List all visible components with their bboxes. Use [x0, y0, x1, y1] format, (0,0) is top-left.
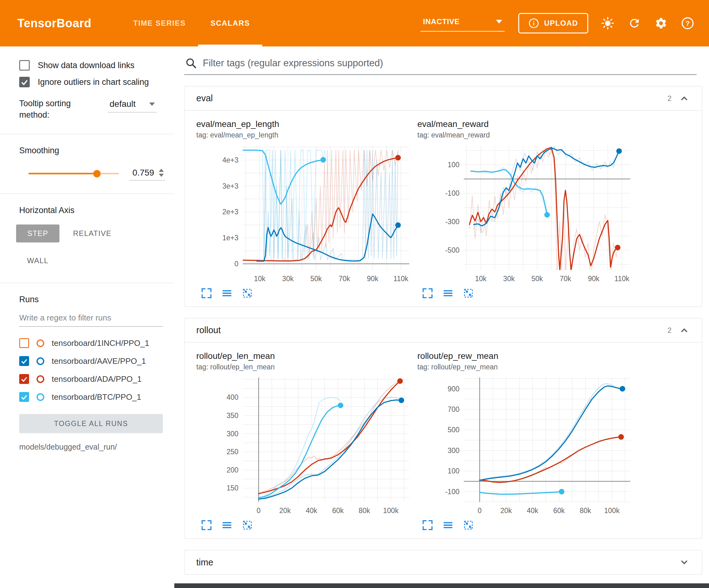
svg-text:110k: 110k: [394, 275, 409, 283]
runs-filter-input[interactable]: [19, 313, 162, 323]
expand-icon[interactable]: [201, 519, 212, 531]
svg-text:-300: -300: [445, 218, 459, 226]
smoothing-slider[interactable]: [28, 173, 119, 174]
svg-text:100: 100: [448, 161, 459, 169]
svg-text:350: 350: [227, 411, 238, 419]
section-count: 2: [667, 94, 672, 103]
run-checkbox[interactable]: [19, 356, 29, 366]
toggle-all-runs-button[interactable]: TOGGLE ALL RUNS: [19, 414, 163, 433]
svg-text:50k: 50k: [311, 275, 322, 283]
svg-text:200: 200: [227, 466, 238, 474]
tab-bar: TIME SERIES SCALARS: [121, 0, 262, 47]
axis-wall-button[interactable]: WALL: [16, 252, 59, 270]
show-download-links-checkbox-row[interactable]: Show data download links: [19, 60, 167, 71]
smoothing-row: 0.759: [28, 167, 165, 180]
run-checkbox[interactable]: [19, 374, 29, 384]
checkbox[interactable]: [19, 77, 30, 87]
expand-icon[interactable]: [201, 287, 212, 299]
svg-text:-100: -100: [445, 189, 459, 197]
fit-domain-icon[interactable]: [241, 519, 253, 531]
chart-canvas[interactable]: 10k30k50k70k90k110k01e+32e+33e+34e+3: [196, 141, 413, 287]
scalar-chart-rollout-ep-len-mean: rollout/ep_len_mean tag: rollout/ep_len_…: [196, 351, 413, 531]
chart-tag: tag: rollout/ep_rew_mean: [417, 363, 634, 371]
smoothing-value-input[interactable]: 0.759: [129, 167, 165, 180]
run-row-btc[interactable]: tensorboard/BTC/PPO_1: [19, 388, 174, 406]
info-icon: [528, 18, 539, 28]
chevron-up-icon[interactable]: [678, 325, 690, 336]
data-table-icon[interactable]: [442, 519, 454, 531]
axis-relative-button[interactable]: RELATIVE: [66, 225, 118, 242]
data-table-icon[interactable]: [221, 287, 233, 299]
tag-filter-input[interactable]: [203, 58, 694, 69]
chart-actions: [422, 287, 634, 299]
help-icon[interactable]: ?: [681, 16, 695, 30]
main-content: eval 2 eval/mean_ep_length tag: eval/mea…: [174, 47, 709, 588]
svg-text:40k: 40k: [306, 507, 317, 515]
chart-actions: [201, 287, 413, 299]
chart-tag: tag: eval/mean_ep_length: [196, 131, 413, 139]
settings-icon[interactable]: [654, 16, 668, 30]
section-title: rollout: [196, 325, 221, 335]
svg-text:700: 700: [448, 405, 459, 413]
tooltip-sorting-row: Tooltip sorting method: default: [19, 98, 167, 121]
chevron-down-icon[interactable]: [678, 556, 690, 568]
fit-domain-icon[interactable]: [241, 287, 253, 299]
fit-domain-icon[interactable]: [463, 519, 474, 531]
tab-time-series[interactable]: TIME SERIES: [121, 0, 198, 47]
axis-step-button[interactable]: STEP: [16, 225, 59, 242]
upload-button[interactable]: UPLOAD: [518, 13, 588, 33]
svg-text:70k: 70k: [560, 275, 572, 283]
tooltip-sorting-label: Tooltip sorting method:: [19, 98, 97, 121]
svg-text:40k: 40k: [527, 507, 539, 515]
run-label: tensorboard/ADA/PPO_1: [52, 374, 142, 384]
plugin-status-dropdown[interactable]: INACTIVE: [420, 15, 505, 32]
axis-button-group: STEP RELATIVE: [16, 225, 174, 242]
svg-text:20k: 20k: [500, 507, 512, 515]
chart-canvas[interactable]: 10k30k50k70k90k110k100-100-300-500: [417, 141, 634, 287]
chart-canvas[interactable]: 020k40k60k80k100k150200250300350400: [196, 373, 413, 519]
check-icon: [21, 393, 28, 401]
run-checkbox[interactable]: [19, 338, 29, 348]
run-row-aave[interactable]: tensorboard/AAVE/PPO_1: [19, 352, 174, 370]
run-row-1inch[interactable]: tensorboard/1INCH/PPO_1: [19, 334, 174, 352]
svg-text:-500: -500: [445, 246, 459, 254]
run-row-ada[interactable]: tensorboard/ADA/PPO_1: [19, 370, 174, 388]
data-table-icon[interactable]: [221, 519, 233, 531]
smoothing-label: Smoothing: [19, 146, 174, 155]
svg-text:400: 400: [227, 393, 238, 401]
run-checkbox[interactable]: [19, 392, 29, 402]
chevron-down-icon: [149, 102, 155, 106]
section-header-rollout[interactable]: rollout 2: [185, 318, 702, 342]
svg-text:30k: 30k: [503, 275, 515, 283]
section-header-eval[interactable]: eval 2: [185, 86, 702, 110]
checkbox-label: Ignore outliers in chart scaling: [38, 77, 149, 87]
stepper-icon[interactable]: [159, 169, 164, 177]
chart-canvas[interactable]: 020k40k60k80k100k-100100300500700900: [417, 373, 634, 519]
tab-scalars[interactable]: SCALARS: [198, 0, 262, 47]
run-color-ring: [36, 357, 44, 365]
chart-tag: tag: eval/mean_reward: [417, 131, 634, 139]
upload-label: UPLOAD: [544, 19, 578, 28]
svg-text:300: 300: [227, 430, 238, 438]
expand-icon[interactable]: [422, 287, 434, 299]
bottom-scrollbar[interactable]: [174, 583, 709, 588]
axis-button-group: WALL: [16, 252, 174, 270]
chevron-up-icon[interactable]: [678, 93, 690, 104]
tooltip-sorting-select[interactable]: default: [108, 98, 157, 112]
settings-sidebar: Show data download links Ignore outliers…: [0, 47, 174, 588]
slider-thumb[interactable]: [93, 170, 101, 177]
brightness-icon[interactable]: [601, 16, 615, 30]
ignore-outliers-checkbox-row[interactable]: Ignore outliers in chart scaling: [19, 77, 167, 87]
section-card-rollout: rollout 2 rollout/ep_len_mean tag: rollo…: [184, 318, 702, 539]
section-header-time[interactable]: time: [185, 550, 702, 574]
checkbox[interactable]: [19, 60, 30, 71]
data-table-icon[interactable]: [442, 287, 454, 299]
refresh-icon[interactable]: [627, 16, 641, 30]
expand-icon[interactable]: [422, 519, 434, 531]
fit-domain-icon[interactable]: [463, 287, 474, 299]
svg-text:3e+3: 3e+3: [222, 182, 238, 190]
run-label: tensorboard/BTC/PPO_1: [52, 392, 141, 402]
run-label: tensorboard/1INCH/PPO_1: [52, 338, 149, 348]
section-count: 2: [667, 326, 672, 335]
svg-text:500: 500: [448, 426, 459, 434]
